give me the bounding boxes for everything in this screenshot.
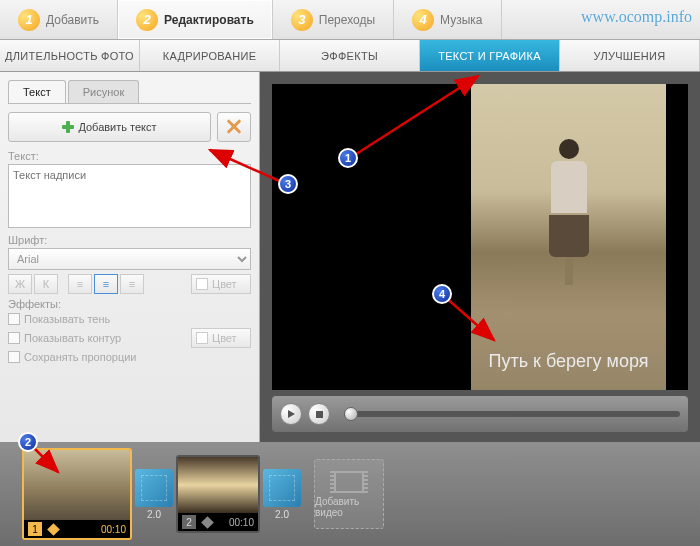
play-icon — [288, 410, 295, 418]
text-color-button[interactable]: Цвет — [191, 274, 251, 294]
step-label: Добавить — [46, 13, 99, 27]
color-label: Цвет — [212, 278, 237, 290]
step-badge-1: 1 — [18, 9, 40, 31]
film-icon — [334, 471, 364, 493]
add-text-label: Добавить текст — [78, 121, 156, 133]
play-button[interactable] — [280, 403, 302, 425]
transition-button[interactable] — [263, 469, 301, 507]
playback-controls — [272, 396, 688, 432]
edit-icon — [47, 523, 60, 536]
panel-tab-text[interactable]: Текст — [8, 80, 66, 103]
timeline-slide[interactable]: 2 00:10 — [176, 455, 260, 533]
slide-number: 1 — [28, 522, 42, 536]
slide-caption[interactable]: Путь к берегу моря — [471, 351, 666, 372]
panel-tab-image[interactable]: Рисунок — [68, 80, 140, 103]
transition-duration: 2.0 — [135, 509, 173, 520]
shadow-label: Показывать тень — [24, 313, 110, 325]
panel-tabs: Текст Рисунок — [8, 80, 251, 104]
workarea: Текст Рисунок Добавить текст Текст: Шриф… — [0, 72, 700, 442]
format-row: Ж К ≡ ≡ ≡ Цвет — [8, 274, 251, 294]
ratio-row: Сохранять пропорции — [8, 351, 251, 363]
shadow-checkbox[interactable] — [8, 313, 20, 325]
step-badge-4: 4 — [412, 9, 434, 31]
outline-checkbox[interactable] — [8, 332, 20, 344]
step-add[interactable]: 1 Добавить — [0, 0, 118, 39]
color-swatch-icon — [196, 278, 208, 290]
stop-icon — [316, 411, 323, 418]
subtab-duration[interactable]: ДЛИТЕЛЬНОСТЬ ФОТО — [0, 40, 140, 71]
slide-thumb — [178, 457, 258, 513]
add-text-button[interactable]: Добавить текст — [8, 112, 211, 142]
subtab-crop[interactable]: КАДРИРОВАНИЕ — [140, 40, 280, 71]
add-video-label: Добавить видео — [315, 496, 383, 518]
timeline: 1 00:10 2.0 2 00:10 2.0 Добавить видео — [0, 442, 700, 546]
wizard-steps: 1 Добавить 2 Редактировать 3 Переходы 4 … — [0, 0, 700, 40]
step-label: Редактировать — [164, 13, 254, 27]
outline-row: Показывать контур Цвет — [8, 328, 251, 348]
slide-duration: 00:10 — [229, 517, 254, 528]
ratio-label: Сохранять пропорции — [24, 351, 137, 363]
caption-textarea[interactable] — [8, 164, 251, 228]
slide-duration: 00:10 — [101, 524, 126, 535]
delete-icon — [227, 120, 241, 134]
align-right-button[interactable]: ≡ — [120, 274, 144, 294]
step-badge-3: 3 — [291, 9, 313, 31]
outline-color-button[interactable]: Цвет — [191, 328, 251, 348]
slide-number: 2 — [182, 515, 196, 529]
delete-text-button[interactable] — [217, 112, 251, 142]
align-center-button[interactable]: ≡ — [94, 274, 118, 294]
outline-label: Показывать контур — [24, 332, 121, 344]
transition-wrap: 2.0 — [135, 469, 173, 520]
step-badge-2: 2 — [136, 9, 158, 31]
align-left-button[interactable]: ≡ — [68, 274, 92, 294]
color-label: Цвет — [212, 332, 237, 344]
font-select[interactable]: Arial — [8, 248, 251, 270]
subtab-effects[interactable]: ЭФФЕКТЫ — [280, 40, 420, 71]
italic-button[interactable]: К — [34, 274, 58, 294]
font-label: Шрифт: — [8, 234, 251, 246]
bold-button[interactable]: Ж — [8, 274, 32, 294]
slide-photo: Путь к берегу моря — [471, 84, 666, 390]
subtab-enhance[interactable]: УЛУЧШЕНИЯ — [560, 40, 700, 71]
effects-label: Эффекты: — [8, 298, 251, 310]
transition-duration: 2.0 — [263, 509, 301, 520]
person-figure — [539, 139, 599, 279]
step-music[interactable]: 4 Музыка — [394, 0, 501, 39]
step-transitions[interactable]: 3 Переходы — [273, 0, 394, 39]
ratio-checkbox[interactable] — [8, 351, 20, 363]
text-properties-panel: Текст Рисунок Добавить текст Текст: Шриф… — [0, 72, 260, 442]
step-label: Музыка — [440, 13, 482, 27]
preview-area: Путь к берегу моря — [260, 72, 700, 442]
stop-button[interactable] — [308, 403, 330, 425]
edit-subtabs: ДЛИТЕЛЬНОСТЬ ФОТО КАДРИРОВАНИЕ ЭФФЕКТЫ Т… — [0, 40, 700, 72]
subtab-text-graphics[interactable]: ТЕКСТ И ГРАФИКА — [420, 40, 560, 71]
seek-track[interactable] — [344, 411, 680, 417]
transition-button[interactable] — [135, 469, 173, 507]
color-swatch-icon — [196, 332, 208, 344]
preview-canvas[interactable]: Путь к берегу моря — [272, 84, 688, 390]
add-video-button[interactable]: Добавить видео — [314, 459, 384, 529]
step-edit[interactable]: 2 Редактировать — [118, 0, 273, 39]
transition-wrap: 2.0 — [263, 469, 301, 520]
step-label: Переходы — [319, 13, 375, 27]
slide-thumb — [24, 450, 130, 520]
text-label: Текст: — [8, 150, 251, 162]
seek-thumb[interactable] — [344, 407, 358, 421]
shadow-row: Показывать тень — [8, 313, 251, 325]
timeline-slide[interactable]: 1 00:10 — [22, 448, 132, 540]
edit-icon — [201, 516, 214, 529]
plus-icon — [62, 121, 74, 133]
